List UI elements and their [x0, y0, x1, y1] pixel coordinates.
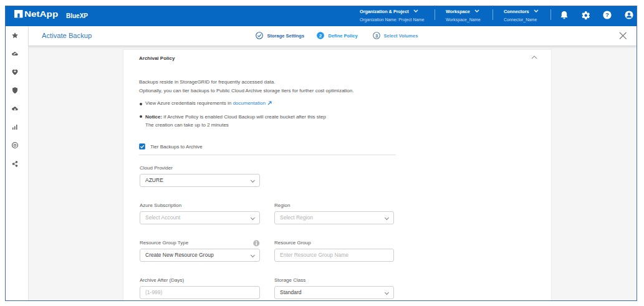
- svg-text:2: 2: [319, 33, 322, 39]
- svg-text:?: ?: [605, 11, 609, 18]
- svg-text:3: 3: [375, 33, 377, 39]
